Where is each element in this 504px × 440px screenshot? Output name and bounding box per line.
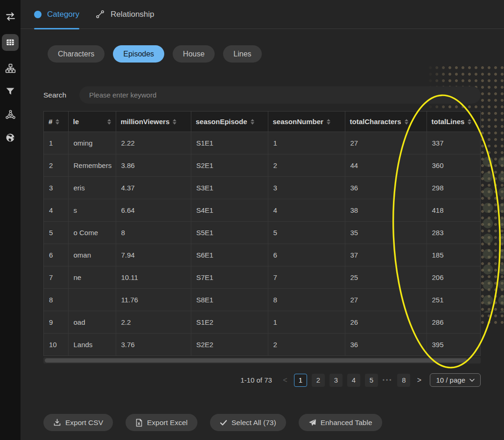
sidebar-item-swap[interactable]: [0, 11, 21, 22]
export-csv-button[interactable]: Export CSV: [43, 414, 113, 431]
table-cell: 10: [44, 334, 68, 356]
filter-icon: [5, 86, 16, 97]
table-row[interactable]: 3eris4.37S3E1336298: [44, 177, 480, 199]
table-row[interactable]: 5o Come8S5E1535283: [44, 222, 480, 244]
horizontal-scrollbar-track[interactable]: [43, 357, 481, 363]
table-cell: S1E1: [191, 132, 268, 154]
column-header-totalLines[interactable]: totalLines: [427, 112, 480, 132]
table-cell: 3.86: [116, 154, 191, 177]
sidebar-item-table[interactable]: [0, 34, 21, 51]
table-cell: 3: [268, 177, 345, 199]
table-cell: 2.2: [116, 311, 191, 334]
table-cell: 5: [268, 222, 345, 244]
table-cell: 298: [427, 177, 480, 199]
export-csv-label: Export CSV: [65, 419, 103, 427]
page-button-1[interactable]: 1: [294, 374, 307, 387]
table-cell: S6E1: [191, 244, 268, 266]
table-row[interactable]: 7ne10.11S7E1725206: [44, 266, 480, 289]
table-cell: oman: [68, 244, 116, 266]
table-cell: Lands: [68, 334, 116, 356]
sidebar-item-graph[interactable]: [0, 109, 21, 120]
table-cell: 7: [268, 266, 345, 289]
sidebar-item-globe[interactable]: [0, 132, 21, 143]
table-cell: 27: [345, 289, 427, 311]
table-cell: 26: [345, 311, 427, 334]
tab-category[interactable]: Category: [34, 0, 79, 28]
column-header-seasonEpisode[interactable]: seasonEpisode: [191, 112, 268, 132]
tab-bar: Category Relationship: [21, 0, 504, 29]
table-cell: 1: [268, 311, 345, 334]
table-cell: 8: [44, 289, 68, 311]
enhanced-table-label: Enhanced Table: [321, 419, 372, 427]
table-cell: 3: [44, 177, 68, 199]
table-cell: S2E1: [191, 154, 268, 177]
page-button-3[interactable]: 3: [329, 374, 343, 387]
table-cell: S2E2: [191, 334, 268, 356]
page-button-8[interactable]: 8: [397, 374, 410, 387]
pill-house[interactable]: House: [173, 45, 215, 63]
table-cell: S5E1: [191, 222, 268, 244]
table-row[interactable]: 9oad2.2S1E2126286: [44, 311, 480, 334]
page-button-2[interactable]: 2: [312, 374, 325, 387]
table-row[interactable]: 811.76S8E1827251: [44, 289, 480, 311]
pill-lines[interactable]: Lines: [223, 45, 261, 63]
column-header-#[interactable]: #: [44, 112, 68, 132]
export-excel-button[interactable]: Export Excel: [126, 414, 197, 431]
action-button-row: Export CSV Export Excel Select All (73) …: [43, 414, 504, 431]
page-list: 12345•••8: [294, 374, 411, 387]
column-header-le[interactable]: le: [68, 112, 116, 132]
next-page-icon[interactable]: >: [415, 376, 423, 384]
table-row[interactable]: 6oman7.94S6E1637185: [44, 244, 480, 266]
column-header-seasonNumber[interactable]: seasonNumber: [268, 112, 345, 132]
table-cell: 6.64: [116, 199, 191, 222]
page-button-4[interactable]: 4: [347, 374, 360, 387]
table-cell: 2: [44, 154, 68, 177]
table-cell: 38: [345, 199, 427, 222]
table-row[interactable]: 4s6.64S4E1438418: [44, 199, 480, 222]
table-icon: [5, 37, 15, 48]
table-cell: 286: [427, 311, 480, 334]
sort-caret-icon[interactable]: [173, 119, 176, 125]
header-row: #lemillionViewersseasonEpisodeseasonNumb…: [44, 112, 480, 132]
table-row[interactable]: 2Remembers3.86S2E1244360: [44, 154, 480, 177]
pill-characters[interactable]: Characters: [48, 45, 105, 63]
table-row[interactable]: 10Lands3.76S2E2236395: [44, 334, 480, 356]
table-cell: 2: [268, 154, 345, 177]
page-size-select[interactable]: 10 / page: [430, 373, 481, 387]
table-cell: 9: [44, 311, 68, 334]
table-cell: 6: [44, 244, 68, 266]
sort-caret-icon[interactable]: [251, 119, 254, 125]
table-cell: oming: [68, 132, 116, 154]
pill-episodes[interactable]: Episodes: [113, 45, 164, 63]
table-row[interactable]: 1oming2.22S1E1127337: [44, 132, 480, 154]
table-body: 1oming2.22S1E11273372Remembers3.86S2E124…: [44, 132, 480, 356]
pagination-ellipsis-icon[interactable]: •••: [383, 377, 393, 384]
table-cell: 8: [116, 222, 191, 244]
table-cell: S4E1: [191, 199, 268, 222]
sort-caret-icon[interactable]: [107, 119, 111, 125]
tab-relationship[interactable]: Relationship: [95, 0, 154, 28]
sort-caret-icon[interactable]: [56, 119, 59, 125]
sort-caret-icon[interactable]: [405, 119, 408, 125]
column-header-totalCharacters[interactable]: totalCharacters: [345, 112, 427, 132]
search-input[interactable]: [79, 86, 481, 104]
table-cell: 44: [345, 154, 427, 177]
tab-category-label: Category: [47, 10, 79, 19]
column-header-millionViewers[interactable]: millionViewers: [116, 112, 191, 132]
column-header-label: #: [49, 118, 52, 126]
sort-caret-icon[interactable]: [468, 119, 471, 125]
category-pill-group: Characters Episodes House Lines: [48, 45, 504, 63]
sort-caret-icon[interactable]: [327, 119, 330, 125]
enhanced-table-button[interactable]: Enhanced Table: [299, 414, 382, 431]
select-all-button[interactable]: Select All (73): [210, 414, 286, 431]
sidebar-item-filter[interactable]: [0, 86, 21, 97]
select-all-label: Select All (73): [231, 419, 276, 427]
sidebar-item-hierarchy[interactable]: [0, 63, 21, 74]
table-head: #lemillionViewersseasonEpisodeseasonNumb…: [44, 112, 480, 132]
prev-page-icon[interactable]: <: [281, 376, 289, 384]
horizontal-scrollbar-thumb[interactable]: [45, 358, 467, 363]
page-button-5[interactable]: 5: [365, 374, 378, 387]
column-header-label: le: [73, 118, 79, 126]
main-panel: Category Relationship Characters Episode…: [21, 0, 504, 440]
pagination-range-text: 1-10 of 73: [240, 376, 272, 384]
